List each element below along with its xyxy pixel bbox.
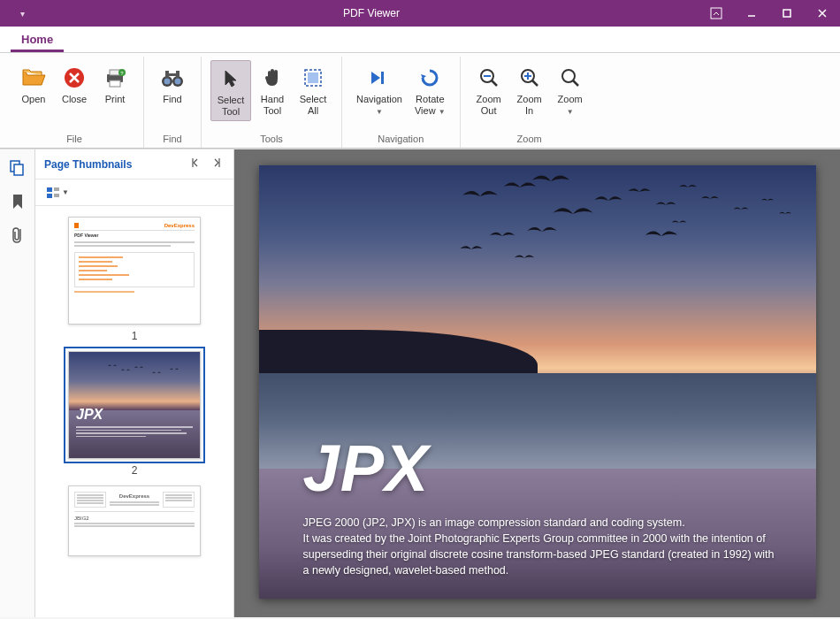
- zoom-in-icon: [515, 64, 544, 92]
- document-viewport[interactable]: JPX JPEG 2000 (JP2, JPX) is an image com…: [234, 149, 840, 617]
- svg-rect-6: [110, 80, 120, 87]
- window-title: PDF Viewer: [44, 7, 699, 19]
- folder-open-icon: [19, 64, 48, 92]
- print-button[interactable]: ? Print: [95, 60, 134, 109]
- hand-tool-button[interactable]: Hand Tool: [253, 60, 292, 119]
- select-all-icon: [299, 64, 327, 92]
- workspace: Page Thumbnails ▼ DevExpress PDF Viewer: [0, 149, 840, 617]
- svg-rect-17: [308, 73, 318, 83]
- svg-rect-29: [14, 164, 23, 175]
- ribbon-collapse-button[interactable]: [699, 0, 734, 27]
- svg-rect-18: [381, 72, 384, 84]
- select-tool-button[interactable]: Select Tool: [210, 60, 251, 121]
- ribbon: Open Close ? Print File Fin: [0, 53, 840, 149]
- chevron-down-icon: ▼: [376, 108, 383, 116]
- navigation-button[interactable]: Navigation▼: [351, 60, 408, 119]
- chevron-down-icon: ▼: [567, 108, 574, 116]
- svg-point-26: [562, 70, 575, 82]
- zoom-icon: [556, 64, 584, 92]
- navigation-icon: [365, 64, 393, 92]
- document-page: JPX JPEG 2000 (JP2, JPX) is an image com…: [259, 165, 816, 599]
- birds-illustration: [259, 165, 816, 307]
- attachments-tab-icon[interactable]: [8, 225, 27, 245]
- thumbnail-page-2[interactable]: JPX: [68, 351, 201, 459]
- thumbnail-number: 1: [132, 330, 138, 342]
- maximize-button[interactable]: [769, 0, 805, 27]
- tab-home[interactable]: Home: [11, 27, 64, 52]
- find-button[interactable]: Find: [153, 60, 192, 109]
- zoom-out-icon: [475, 64, 503, 92]
- thumbnails-list[interactable]: DevExpress PDF Viewer 1: [35, 206, 233, 617]
- zoom-in-button[interactable]: Zoom In: [510, 60, 549, 119]
- thumbnails-panel: Page Thumbnails ▼ DevExpress PDF Viewer: [35, 149, 234, 617]
- print-icon: ?: [101, 64, 129, 92]
- close-window-button[interactable]: [805, 0, 840, 27]
- svg-rect-13: [165, 71, 169, 78]
- ribbon-group-tools: Select Tool Hand Tool Select All Tools: [202, 57, 342, 148]
- thumbnail-page-3[interactable]: DevExpress JBIG2: [68, 485, 201, 556]
- svg-rect-32: [47, 187, 52, 192]
- svg-rect-0: [711, 8, 722, 19]
- close-button[interactable]: Close: [55, 60, 94, 109]
- ribbon-group-zoom: Zoom Out Zoom In Zoom▼ Zoom: [461, 57, 599, 148]
- svg-line-20: [492, 80, 497, 86]
- thumbnails-panel-title: Page Thumbnails: [44, 158, 132, 171]
- thumbnail-page-1[interactable]: DevExpress PDF Viewer: [68, 217, 201, 325]
- chevron-down-icon: ▼: [439, 108, 446, 116]
- expand-panel-icon[interactable]: [209, 155, 225, 173]
- thumbnails-options-button[interactable]: ▼: [44, 185, 71, 201]
- bookmarks-tab-icon[interactable]: [8, 192, 27, 211]
- side-panel-tabs: [0, 149, 35, 617]
- open-button[interactable]: Open: [14, 60, 53, 109]
- thumbnail-item[interactable]: DevExpress PDF Viewer 1: [68, 217, 201, 342]
- document-body-text: JPEG 2000 (JP2, JPX) is an image compres…: [303, 515, 781, 579]
- collapse-panel-icon[interactable]: [187, 155, 203, 173]
- cursor-icon: [217, 65, 245, 93]
- zoom-out-button[interactable]: Zoom Out: [470, 60, 508, 119]
- svg-rect-2: [783, 10, 790, 17]
- select-all-button[interactable]: Select All: [294, 60, 332, 119]
- qat-dropdown-icon[interactable]: ▾: [20, 9, 25, 19]
- titlebar: ▾ PDF Viewer: [0, 0, 840, 27]
- rotate-icon: [416, 64, 444, 92]
- binoculars-icon: [158, 64, 187, 92]
- document-heading: JPX: [303, 431, 430, 506]
- ribbon-group-find: Find Find: [144, 57, 202, 148]
- svg-line-27: [573, 80, 578, 86]
- rotate-view-button[interactable]: Rotate View ▼: [409, 60, 451, 119]
- svg-rect-35: [47, 194, 52, 198]
- close-icon: [60, 64, 88, 92]
- thumbnail-item[interactable]: DevExpress JBIG2: [68, 485, 201, 556]
- svg-point-12: [175, 79, 181, 85]
- thumbnail-number: 2: [132, 464, 138, 477]
- svg-rect-14: [176, 71, 179, 78]
- ribbon-tabs: Home: [0, 27, 840, 53]
- svg-line-23: [532, 80, 538, 86]
- ribbon-group-file: Open Close ? Print File: [5, 57, 144, 148]
- thumbnail-item[interactable]: JPX 2: [68, 351, 201, 477]
- thumbnails-tab-icon[interactable]: [8, 158, 27, 178]
- hand-icon: [258, 64, 286, 92]
- svg-point-11: [164, 79, 171, 85]
- ribbon-group-navigation: Navigation▼ Rotate View ▼ Navigation: [342, 57, 461, 148]
- minimize-button[interactable]: [734, 0, 769, 27]
- svg-rect-15: [169, 73, 176, 76]
- zoom-button[interactable]: Zoom▼: [551, 60, 590, 119]
